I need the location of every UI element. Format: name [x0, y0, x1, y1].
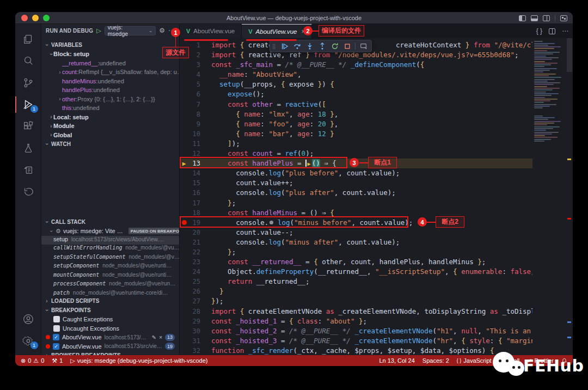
checkbox-unchecked-icon[interactable]	[53, 325, 60, 332]
code-line[interactable]: 10 { name: "bar", age: 12 }	[180, 129, 532, 139]
variable-row[interactable]: ›count: RefImpl {__v_isShallow: false, d…	[41, 68, 179, 77]
code-line[interactable]: 27});	[180, 296, 532, 306]
line-gutter[interactable]: 22	[180, 247, 211, 257]
code-line[interactable]: 15 count.value++;	[180, 178, 532, 188]
scope-row[interactable]: ›Module	[41, 121, 179, 131]
code-line[interactable]: 26 }	[180, 287, 532, 296]
search-icon[interactable]	[15, 50, 41, 72]
debug-session-indicator[interactable]: ▷ vuejs: msedge (debug-vuejs-project-wit…	[70, 357, 207, 364]
checkbox-unchecked-icon[interactable]	[53, 316, 60, 322]
stack-frame-row[interactable]: callWithErrorHandlingnode_modules/@vu…	[41, 245, 179, 254]
problems-indicator[interactable]: ⊗ 0 ⚠ 0	[21, 357, 44, 364]
stack-frame-row[interactable]: patchnode_modules/@vue/runtime-core/di…	[41, 290, 179, 296]
line-gutter[interactable]: 14	[180, 168, 211, 178]
code-line[interactable]: 31const _hoisted_3 = /* @__PURE__ */ _cr…	[180, 336, 532, 346]
close-tab-icon[interactable]: ×	[301, 28, 305, 35]
toggle-secondary-sidebar-icon[interactable]	[543, 15, 550, 21]
code-line[interactable]: 8 { name: "lmx", age: 18 },	[180, 109, 532, 119]
line-gutter[interactable]: 29	[180, 316, 211, 326]
more-actions-icon[interactable]: ⋯	[168, 27, 175, 34]
toolbar-drag-handle[interactable]: ⣿	[272, 44, 278, 49]
start-debugging-icon[interactable]: ▷	[96, 27, 101, 34]
run-and-debug-icon[interactable]: 1	[15, 94, 41, 115]
code-line[interactable]: 24 Object.defineProperty(__returned__, "…	[180, 267, 532, 277]
code-line[interactable]: 6 expose();	[180, 89, 532, 99]
step-into-icon[interactable]	[304, 41, 315, 51]
chevron-expanded-icon[interactable]: ›	[48, 52, 54, 56]
variable-row[interactable]: handlePlus: undefined	[41, 86, 179, 95]
browser-breakpoints-section-header[interactable]: › BROWSER BREAKPOINTS	[41, 351, 179, 355]
line-gutter[interactable]: 1	[180, 40, 211, 50]
spell-checker-indicator[interactable]: ✓ Spell	[499, 357, 520, 364]
continue-icon[interactable]	[279, 41, 290, 51]
split-editor-icon[interactable]	[549, 28, 555, 34]
line-gutter[interactable]: 10	[180, 129, 211, 139]
variable-row[interactable]: __returned__: undefined	[41, 59, 179, 68]
stack-frame-row[interactable]: setupStatefulComponentnode_modules/@v…	[41, 254, 179, 263]
checkbox-checked-icon[interactable]: ✓	[53, 334, 59, 340]
explorer-icon[interactable]	[15, 28, 41, 50]
line-gutter[interactable]: 32	[180, 346, 211, 355]
code-line[interactable]: 30const _hoisted_2 = /* @__PURE__ */ _cr…	[180, 326, 532, 336]
extensions-icon[interactable]	[15, 115, 41, 137]
language-mode[interactable]: { } JavaScript	[457, 357, 492, 364]
line-gutter[interactable]: 7	[180, 100, 211, 109]
step-out-icon[interactable]	[316, 41, 328, 51]
debug-gear-icon[interactable]: ⚙	[159, 27, 165, 34]
call-stack-section-header[interactable]: › CALL STACK	[41, 217, 179, 227]
code-line[interactable]: 28import { createElementVNode as _create…	[180, 307, 532, 316]
line-gutter[interactable]: 24	[180, 267, 211, 277]
prettier-indicator[interactable]: ✓ Prettier	[527, 357, 554, 364]
breakpoint-row[interactable]: ✓AboutView.vuelocalhost:5173/src/views19	[41, 342, 179, 351]
open-devtools-icon[interactable]	[358, 41, 369, 51]
breakpoint-row[interactable]: ✓AboutView.vuelocalhost:5173/sr…✎×13	[41, 333, 179, 342]
line-gutter[interactable]: 20	[180, 228, 211, 237]
code-line[interactable]: 5 setup(__props, { expose }) {	[180, 80, 532, 89]
stack-frame-row[interactable]: mountComponentnode_modules/@vue/runti…	[41, 272, 179, 281]
breakpoints-section-header[interactable]: › BREAKPOINTS	[41, 306, 179, 315]
line-gutter[interactable]: 31	[180, 336, 211, 346]
maximize-window-button[interactable]	[43, 15, 50, 21]
code-line[interactable]: 21 console.log("minus after", count.valu…	[180, 237, 532, 247]
variable-row[interactable]: ›other: Proxy {0: {…}, 1: {…}, 2: {…}}	[41, 95, 179, 104]
settings-gear-icon[interactable]: 1	[15, 330, 41, 352]
source-control-icon[interactable]	[15, 72, 41, 94]
restart-icon[interactable]	[329, 41, 340, 51]
tab-aboutview-source[interactable]: V AboutView.vue	[180, 24, 242, 38]
variables-section-header[interactable]: › VARIABLES	[41, 40, 179, 50]
indentation-indicator[interactable]: Spaces: 2	[422, 357, 449, 364]
editor-scrollbar[interactable]	[566, 38, 573, 355]
line-gutter[interactable]: 25	[180, 277, 211, 287]
variable-row[interactable]: handleMinus: undefined	[41, 77, 179, 86]
code-line[interactable]: 20 count.value--;	[180, 228, 532, 237]
stack-frame-row[interactable]: setupComponentnode_modules/@vue/runti…	[41, 263, 179, 272]
code-line[interactable]: 23 const __returned__ = { other, count, …	[180, 257, 532, 267]
code-line[interactable]: 16 console.log("plus after", count.value…	[180, 188, 532, 198]
line-gutter[interactable]: 3	[180, 60, 211, 70]
braces-icon[interactable]: { }	[536, 27, 542, 35]
code-line[interactable]: 22 };	[180, 247, 532, 257]
chevron-collapsed-icon[interactable]: ›	[49, 114, 53, 120]
editor-more-actions-icon[interactable]: ⋯	[562, 27, 568, 35]
line-gutter[interactable]: 16	[180, 188, 211, 198]
undo-history-icon[interactable]	[15, 181, 41, 203]
scope-row[interactable]: ›Local: setup	[41, 113, 179, 122]
line-gutter[interactable]: 15	[180, 178, 211, 188]
code-line[interactable]: 9 { name: "foo", age: 20 },	[180, 119, 532, 129]
snippets-icon[interactable]	[15, 159, 41, 181]
scrollbar-thumb[interactable]	[567, 38, 572, 72]
loaded-scripts-section-header[interactable]: › LOADED SCRIPTS	[41, 296, 179, 306]
stack-frame-row[interactable]: processComponentnode_modules/@vue/run…	[41, 281, 179, 290]
tab-aboutview-compiled[interactable]: V AboutView.vue ×	[242, 24, 312, 38]
line-gutter[interactable]: 2	[180, 50, 211, 60]
step-over-icon[interactable]	[291, 41, 303, 51]
code-line[interactable]: 25 return __returned__;	[180, 277, 532, 287]
close-window-button[interactable]	[21, 15, 28, 21]
toggle-panel-icon[interactable]	[531, 15, 538, 21]
cursor-position[interactable]: Ln 13, Col 24	[379, 357, 414, 364]
variable-row[interactable]: this: undefined	[41, 103, 179, 113]
exception-breakpoint-row[interactable]: Uncaught Exceptions	[41, 324, 179, 333]
line-gutter[interactable]: 30	[180, 326, 211, 336]
scope-row[interactable]: ›Block: setup	[41, 50, 179, 59]
line-gutter[interactable]: 21	[180, 237, 211, 247]
